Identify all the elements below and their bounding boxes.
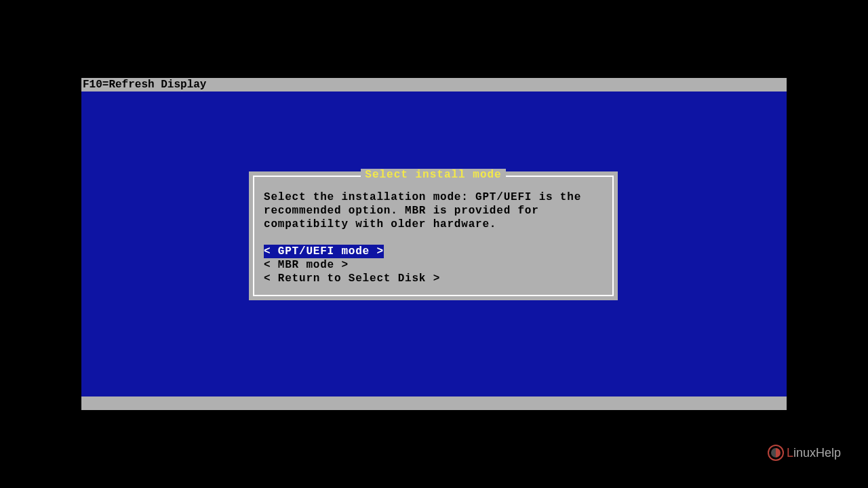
logo-icon — [768, 445, 784, 461]
dialog-description: Select the installation mode: GPT/UEFI i… — [264, 190, 603, 231]
logo-text: LinuxHelp — [787, 446, 841, 460]
dialog-frame: Select install mode Select the installat… — [253, 176, 614, 296]
terminal-screen: F10=Refresh Display Select install mode … — [81, 78, 787, 410]
top-hint-bar: F10=Refresh Display — [81, 78, 787, 92]
bottom-bar — [81, 396, 787, 410]
option-return[interactable]: < Return to Select Disk > — [264, 272, 440, 285]
option-gpt-uefi[interactable]: < GPT/UEFI mode > — [264, 245, 384, 258]
install-mode-dialog: Select install mode Select the installat… — [249, 171, 618, 300]
dialog-title: Select install mode — [361, 169, 505, 181]
option-mbr[interactable]: < MBR mode > — [264, 258, 349, 272]
menu-options: < GPT/UEFI mode > < MBR mode > < Return … — [264, 245, 603, 285]
linuxhelp-logo: LinuxHelp — [768, 445, 841, 461]
dialog-title-wrap: Select install mode — [254, 169, 612, 181]
